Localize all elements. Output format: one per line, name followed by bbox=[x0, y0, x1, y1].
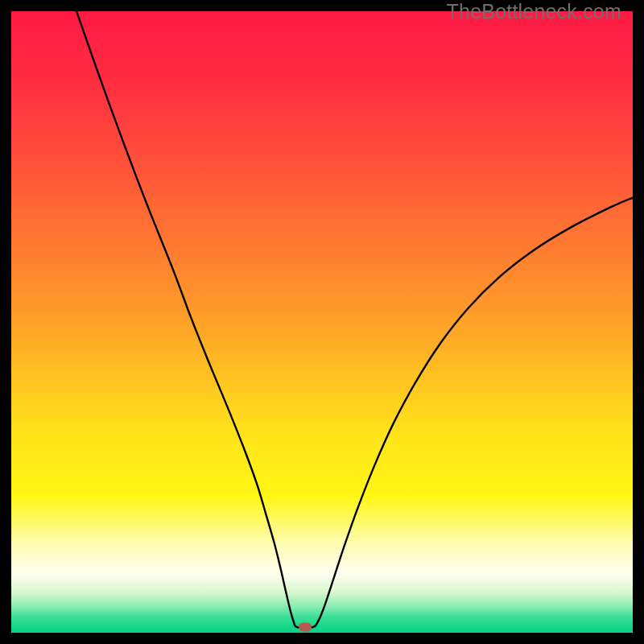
optimal-marker bbox=[299, 623, 312, 632]
chart-frame bbox=[11, 11, 633, 633]
heatmap-background bbox=[11, 11, 633, 633]
watermark-text: TheBottleneck.com bbox=[447, 0, 621, 23]
bottleneck-chart bbox=[11, 11, 633, 633]
